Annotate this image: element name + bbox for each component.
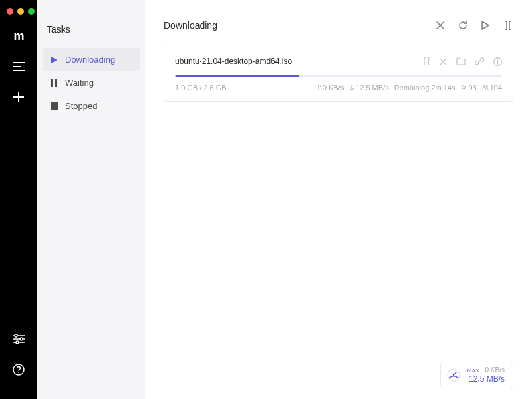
task-filename: ubuntu-21.04-desktop-amd64.iso (175, 57, 292, 66)
resume-all-icon[interactable] (480, 20, 491, 31)
svg-rect-8 (505, 21, 507, 30)
task-download-speed: 12.5 MB/s (349, 84, 389, 92)
task-header: ubuntu-21.04-desktop-amd64.iso (175, 57, 502, 66)
speed-download: 12.5 MB/s (469, 374, 505, 384)
svg-point-15 (485, 86, 487, 88)
task-stats-row: 1.0 GB / 2.6 GB 0 KB/s 12.5 MB/s Remaini… (175, 84, 502, 92)
menu-icon[interactable] (9, 57, 28, 76)
svg-rect-5 (51, 79, 53, 87)
clear-icon[interactable] (435, 20, 446, 31)
task-size: 1.0 GB / 2.6 GB (175, 84, 227, 92)
svg-point-0 (15, 334, 17, 337)
task-peers: 104 (482, 84, 502, 92)
main-panel: Downloading ubuntu-21.04-desktop-amd64. (145, 0, 532, 399)
speed-text: MAX 0 KB/s 12.5 MB/s (467, 366, 505, 384)
sidebar-item-waiting[interactable]: Waiting (43, 71, 140, 94)
task-pause-icon[interactable] (424, 57, 430, 66)
sidebar-item-downloading[interactable]: Downloading (43, 48, 140, 71)
window-controls (7, 8, 35, 15)
sidebar-item-label: Downloading (65, 55, 115, 65)
sidebar-item-label: Waiting (65, 78, 94, 88)
gauge-icon (446, 368, 461, 382)
stop-icon (49, 102, 59, 111)
tasks-sidebar: Tasks Downloading Waiting Stopped (37, 0, 145, 399)
speed-widget[interactable]: MAX 0 KB/s 12.5 MB/s (440, 362, 513, 388)
task-remaining: Remaining 2m 14s (394, 84, 456, 92)
svg-point-13 (497, 59, 498, 60)
speed-max-label: MAX (467, 368, 480, 374)
svg-rect-11 (429, 57, 431, 65)
play-icon (49, 55, 59, 65)
task-delete-icon[interactable] (440, 57, 447, 66)
header-actions (435, 20, 513, 31)
add-icon[interactable] (9, 88, 28, 106)
task-card[interactable]: ubuntu-21.04-desktop-amd64.iso (164, 47, 513, 102)
svg-rect-9 (509, 21, 511, 30)
window-minimize-dot[interactable] (17, 8, 24, 15)
progress-bar (175, 75, 502, 77)
app-logo: m (9, 27, 28, 45)
refresh-icon[interactable] (458, 20, 468, 31)
pause-all-icon[interactable] (503, 20, 513, 31)
task-stats: 0 KB/s 12.5 MB/s Remaining 2m 14s 93 104 (316, 84, 502, 92)
main-header: Downloading (164, 20, 513, 31)
task-actions (424, 57, 502, 66)
sidebar-item-stopped[interactable]: Stopped (43, 94, 140, 118)
speed-upload: 0 KB/s (485, 366, 505, 374)
pause-icon (49, 78, 59, 88)
task-folder-icon[interactable] (456, 57, 466, 66)
window-close-dot[interactable] (7, 8, 13, 15)
page-title: Downloading (164, 20, 217, 31)
svg-point-17 (452, 374, 454, 376)
sidebar-item-label: Stopped (65, 101, 97, 111)
sidebar-title: Tasks (37, 24, 145, 48)
task-link-icon[interactable] (475, 57, 484, 66)
progress-fill (175, 75, 299, 77)
task-upload-speed: 0 KB/s (316, 84, 344, 92)
svg-rect-10 (424, 57, 426, 65)
svg-point-2 (16, 341, 19, 344)
svg-point-1 (20, 338, 23, 340)
help-icon[interactable] (9, 360, 28, 379)
window-zoom-dot[interactable] (28, 8, 35, 15)
svg-point-4 (18, 372, 19, 373)
task-info-icon[interactable] (493, 57, 502, 66)
settings-icon[interactable] (9, 330, 28, 348)
svg-point-14 (483, 86, 485, 88)
svg-rect-6 (55, 79, 57, 87)
svg-rect-7 (51, 102, 58, 110)
app-rail: m (0, 0, 37, 399)
task-seeds: 93 (460, 84, 476, 92)
